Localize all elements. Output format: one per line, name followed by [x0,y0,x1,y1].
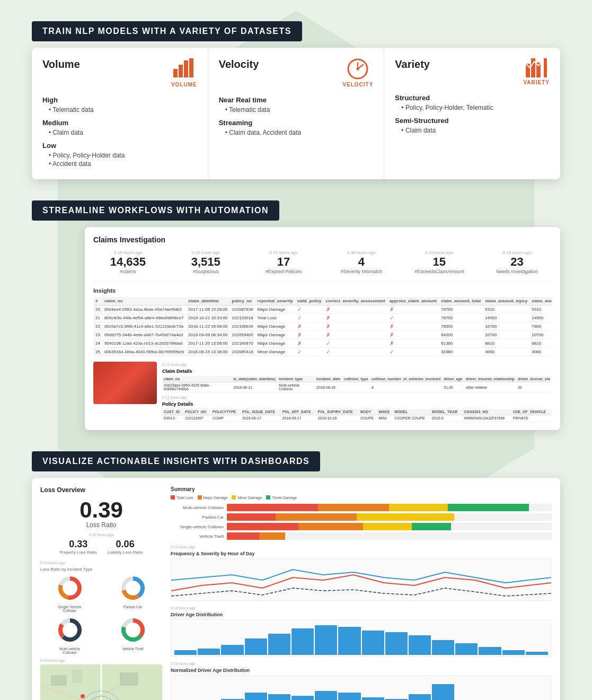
variety-icon [523,58,550,80]
section3: VISUALIZE ACTIONABLE INSIGHTS WITH DASHB… [32,451,560,700]
volume-card: Volume VOLUME [32,48,208,179]
bar-track-vt [227,532,552,540]
svg-marker-11 [544,58,547,77]
velocity-icon [342,58,373,82]
volume-card-header: Volume VOLUME [42,58,197,88]
svg-rect-29 [51,675,67,686]
claim-detail-table: claim_no ts_date(claim_datetime) inciden… [162,376,552,392]
volume-item-accident: Accident data [42,160,197,168]
svg-rect-0 [173,69,178,77]
frequency-chart-section: Frequency & Severity by Hour of Day [171,551,552,601]
frequency-chart-title: Frequency & Severity by Hour of Day [171,551,552,556]
stat-exceeds: 0.19 hours ago 15 #ExceedsClaimAmount [404,250,474,274]
th-claim-no: claim_no [102,297,186,305]
loss-ratio-main: 0.39 Loss Ratio [40,499,162,529]
volume-level-medium: Medium [42,119,197,127]
property-loss: 0.33 Property Loss Ratio [60,539,97,555]
volume-item-policy: Policy, Policy-Holder data [42,152,197,159]
velocity-icon-container: VELOCITY [342,58,373,88]
variety-semi: Semi-Structured [395,117,550,125]
donut-chart-3 [57,617,83,643]
donut-4: Vehicle Theft [103,617,162,654]
stat-exceeds-number: 15 [404,255,474,269]
claims-table: # claim_no claim_datetime policy_no repo… [93,297,552,356]
donut-chart-4 [120,617,146,643]
legend-dot-minor [232,495,236,500]
table-row: 20 00e9ee4-0583-4a1a-8bde-45a74aef9de2 2… [93,305,552,314]
property-loss-label: Property Loss Ratio [60,550,97,555]
table-row: 5304.0 102122697 COMP 2018-09-17 2018-09… [162,415,552,422]
stat-severity: 0.19 hours ago 4 #Severity Mismatch [326,250,396,274]
th-policy: policy_no [230,297,255,305]
bar-row-vt: Vehicle Theft [171,532,552,540]
claim-details-title: Claim Details [162,369,552,374]
legend-total-loss: Total Loss [171,495,193,500]
donut-grid: Single VehicleCollision Parked Car [40,575,162,654]
loss-ratio-number: 0.39 [40,499,162,521]
svg-rect-30 [72,670,83,683]
driver-age-title: Driver Age Distribution [171,612,552,617]
stat-claims: 0.19 hours ago 14,635 #claims [93,250,163,274]
variety-levels: Structured Policy, Policy-Holder, Telema… [395,94,550,134]
legend-dot-total [171,495,175,500]
table-row: 22 00c5a7c3-3f68-41c4-a8e1-52122dedc73a … [93,322,552,331]
svg-rect-3 [189,58,193,77]
legend-trivial-damage: Trivial Damage [266,495,297,500]
variety-title: Variety [395,58,430,71]
volume-item-claim: Claim data [42,129,197,136]
volume-icon-label: VOLUME [171,82,197,88]
svg-rect-31 [120,672,138,686]
th-property: claim_amount_property [529,297,552,305]
table-header-row: # claim_no claim_datetime policy_no repo… [93,297,552,305]
liability-loss: 0.06 Liability Loss Ratio [108,539,143,555]
variety-card-header: Variety VARIET [395,58,550,85]
th-correct: correct_severity_assessment [324,297,387,305]
volume-levels: High Telematic data Medium Claim data Lo… [42,96,197,168]
claims-title: Claims Investigation [93,235,552,244]
velocity-item-telematic: Telematic data [219,106,374,113]
svg-rect-1 [179,65,183,77]
claims-card: Claims Investigation 0.19 hours ago 14,6… [85,227,560,430]
detail-cards: 0.11 hours ago Claim Details claim_no ts… [93,362,552,422]
liability-loss-label: Liability Loss Ratio [108,550,143,555]
chart-legend: Total Loss Major Damage Minor Damage [171,495,552,500]
section3-banner: VISUALIZE ACTIONABLE INSIGHTS WITH DASHB… [32,451,320,471]
claim-photo [93,362,157,404]
donut-chart-1 [57,575,83,601]
loss-overview-title: Loss Overview [40,486,162,494]
variety-structured: Structured [395,94,550,102]
section1: TRAIN NLP MODELS WITH A VARIETY OF DATAS… [32,21,560,179]
donut-2: Parked Car [103,575,162,612]
table-row: 23 65d6275-344b-4ede-a4b7-7b45d274a4a3 2… [93,331,552,339]
stat-expired: 0.15 hours ago 17 #Expired Policies [249,250,319,274]
claim-details: 0.11 hours ago Claim Details claim_no ts… [162,362,552,422]
table-row: 24 9540108-12ab-423a-c013-dc2b53798da0 2… [93,339,552,348]
driver-age-chart [171,619,552,657]
variety-icon-container: VARIETY [523,58,550,85]
th-datetime: claim_datetime [186,297,229,305]
velocity-near-real: Near Real time [219,96,374,104]
property-loss-number: 0.33 [60,539,97,550]
loss-sub-stats: 0.33 Property Loss Ratio 0.06 Liability … [40,539,162,555]
donut-chart-2 [120,575,146,601]
policy-detail-table: CUST_ID POLICY_NO POLICYTYPE POL_ISSUE_D… [162,409,552,422]
stat-claims-number: 14,635 [93,255,163,269]
velocity-levels: Near Real time Telematic data Streaming … [219,96,374,136]
loss-ratio-label: Loss Ratio [40,521,162,529]
volume-icon [171,58,197,82]
svg-point-7 [357,68,359,71]
bar-track-mvc [227,504,552,511]
section2: STREAMLINE WORKFLOWS WITH AUTOMATION Cla… [32,200,560,430]
velocity-card: Velocity VELOCITY [208,48,385,179]
volume-title: Volume [42,58,80,71]
summary-title: Summary [171,486,552,492]
volume-level-high: High [42,96,197,104]
bar-track-pc [227,513,552,521]
bar-row-mvc: Multi-vehicle Collision [171,504,552,511]
normalized-age-title: Normalized Driver Age Distribution [171,668,552,673]
policy-details-title: Policy Details [162,401,552,407]
frequency-chart [171,558,552,601]
donut-section-title: Loss Ratio by Incident Type [40,567,162,572]
th-num: # [93,297,102,305]
dashboard-card: Loss Overview 0.39 Loss Ratio 0.19 hours… [32,478,560,700]
